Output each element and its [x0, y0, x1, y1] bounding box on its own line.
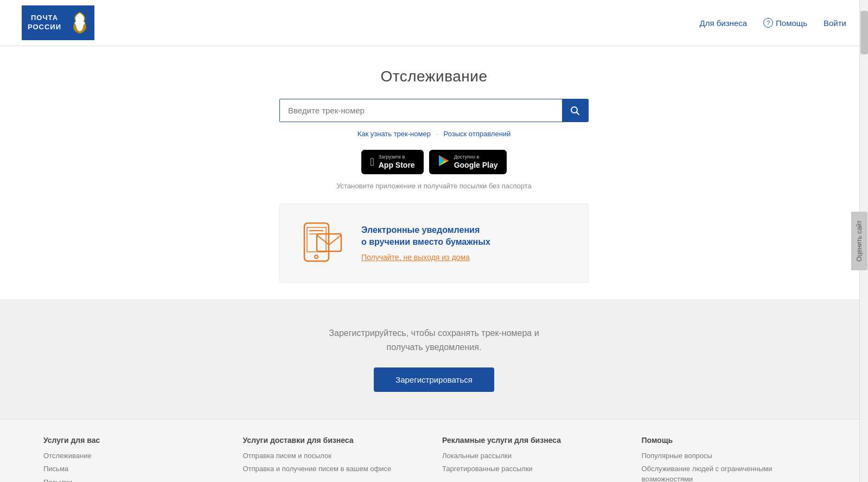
how-to-track-link[interactable]: Как узнать трек-номер — [358, 130, 431, 138]
main-nav: Для бизнеса ? Помощь Войти — [700, 18, 846, 28]
notification-link[interactable]: Получайте, не выходя из дома — [361, 253, 470, 262]
separator: · — [436, 130, 438, 138]
notification-title: Электронные уведомления о вручении вмест… — [361, 224, 490, 249]
footer-link-office[interactable]: Отправка и получение писем в вашем офисе — [243, 464, 426, 474]
app-store-text: Загрузите в App Store — [379, 154, 415, 170]
svg-point-9 — [315, 255, 318, 258]
business-link[interactable]: Для бизнеса — [700, 18, 748, 28]
feedback-tab[interactable]: Оценить сайт — [851, 212, 867, 270]
google-play-text: Доступно в Google Play — [454, 154, 498, 170]
apple-icon:  — [370, 156, 374, 168]
svg-point-0 — [78, 15, 82, 20]
footer-col-personal: Услуги для вас Отслеживание Письма Посыл… — [43, 436, 227, 482]
search-container — [279, 99, 589, 122]
logo-emblem-icon — [66, 7, 93, 39]
page-title: Отслеживание — [380, 68, 487, 85]
footer-link-faq[interactable]: Популярные вопросы — [642, 451, 825, 461]
app-store-button[interactable]:  Загрузите в App Store — [361, 150, 423, 174]
help-link[interactable]: ? Помощь — [763, 18, 807, 28]
google-play-button[interactable]: Доступно в Google Play — [429, 150, 507, 174]
register-section: Зарегистрируйтесь, чтобы сохранять трек-… — [0, 299, 868, 419]
footer-col-help: Помощь Популярные вопросы Обслуживание л… — [642, 436, 825, 482]
scrollbar-thumb[interactable] — [860, 11, 868, 54]
footer-col1-heading: Услуги для вас — [43, 436, 227, 445]
notification-icon — [302, 218, 345, 269]
logo[interactable]: ПОЧТА РОССИИ — [22, 5, 94, 40]
footer-col4-heading: Помощь — [642, 436, 825, 445]
find-shipment-link[interactable]: Розыск отправлений — [444, 130, 511, 138]
footer-col2-heading: Услуги доставки для бизнеса — [243, 436, 426, 445]
register-text: Зарегистрируйтесь, чтобы сохранять трек-… — [329, 326, 539, 354]
login-link[interactable]: Войти — [824, 18, 846, 28]
search-icon — [570, 106, 580, 116]
notification-banner: Электронные уведомления о вручении вмест… — [279, 204, 589, 283]
notification-text: Электронные уведомления о вручении вмест… — [361, 224, 490, 263]
links-row: Как узнать трек-номер · Розыск отправлен… — [358, 130, 511, 138]
footer-link-tracking[interactable]: Отслеживание — [43, 451, 227, 461]
search-button[interactable] — [562, 99, 588, 122]
footer-col-ads: Рекламные услуги для бизнеса Локальные р… — [442, 436, 626, 482]
footer-link-accessibility[interactable]: Обслуживание людей с ограниченными возмо… — [642, 464, 825, 482]
footer-link-send[interactable]: Отправка писем и посылок — [243, 451, 426, 461]
main-content: Отслеживание Как узнать трек-номер · Роз… — [0, 46, 868, 299]
app-buttons:  Загрузите в App Store Доступно в Googl… — [361, 150, 506, 174]
search-input[interactable] — [280, 99, 562, 122]
help-circle-icon: ? — [763, 18, 773, 28]
header: ПОЧТА РОССИИ Для бизнеса ? Помощь Войти — [0, 0, 868, 46]
footer-col-business-delivery: Услуги доставки для бизнеса Отправка пис… — [243, 436, 426, 482]
footer: Услуги для вас Отслеживание Письма Посыл… — [0, 419, 868, 482]
footer-link-parcels[interactable]: Посылки — [43, 478, 227, 482]
logo-text: ПОЧТА РОССИИ — [23, 7, 66, 39]
app-subtitle: Установите приложение и получайте посылк… — [336, 182, 532, 190]
register-button[interactable]: Зарегистрироваться — [374, 367, 494, 392]
footer-link-letters[interactable]: Письма — [43, 464, 227, 474]
footer-link-local[interactable]: Локальные рассылки — [442, 451, 626, 461]
footer-link-targeted[interactable]: Таргетированные рассылки — [442, 464, 626, 474]
google-play-icon — [438, 155, 450, 169]
footer-col3-heading: Рекламные услуги для бизнеса — [442, 436, 626, 445]
svg-line-2 — [577, 112, 579, 115]
